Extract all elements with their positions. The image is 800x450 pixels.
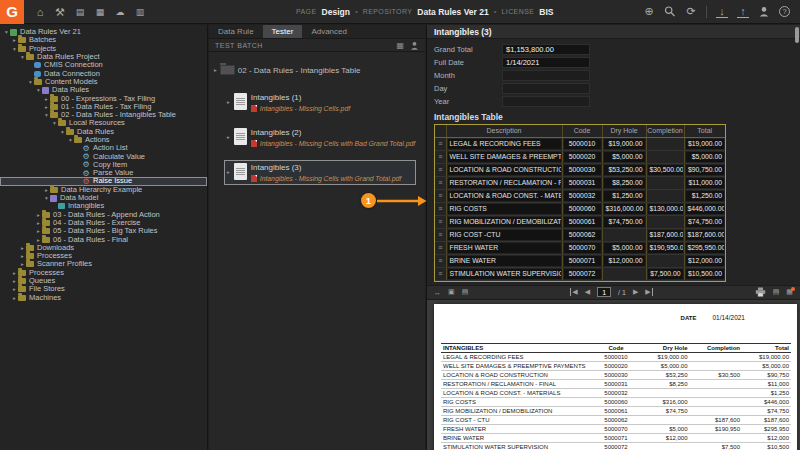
test-document-intangibles-1[interactable]: ▸Intangibles (1)Intangibles - Missing Ce…	[224, 90, 416, 115]
cell-value[interactable]: $5,000.00	[604, 152, 645, 162]
cell-value[interactable]: 5000061	[564, 217, 601, 227]
expand-arrow-icon[interactable]: ▾	[11, 45, 18, 53]
cell-value[interactable]: 5000032	[564, 191, 601, 201]
add-icon[interactable]: ⊕	[643, 5, 655, 18]
tab-advanced[interactable]: Advanced	[302, 25, 356, 38]
row-expander-icon[interactable]: ≡	[435, 228, 446, 241]
expand-arrow-icon[interactable]: ▸	[43, 95, 50, 103]
add-user-icon[interactable]	[410, 41, 419, 50]
expand-arrow-icon[interactable]: ▾	[35, 86, 42, 94]
column-header[interactable]: Completion	[646, 125, 684, 137]
expand-arrow-icon[interactable]: ▸	[35, 211, 42, 219]
cloud-icon[interactable]: ☁	[114, 0, 126, 24]
expand-arrow-icon[interactable]: ▸	[35, 219, 42, 227]
last-page-icon[interactable]: ▶	[645, 288, 652, 296]
cell-description[interactable]: BRINE WATER	[448, 256, 561, 266]
thumbnails-icon[interactable]: ▤	[462, 288, 469, 296]
table-row[interactable]: ≡RIG MOBILIZATION / DEMOBILIZATION500006…	[435, 215, 725, 228]
cell-value[interactable]: $446,000.00	[686, 204, 725, 214]
expand-arrow-icon[interactable]: ▾	[67, 136, 74, 144]
table-row[interactable]: ≡LOCATION & ROAD CONSTRUCTION5000030$53,…	[435, 163, 725, 176]
batch-folder-row[interactable]: ▸ 02 - Data Rules - Intangibles Table	[214, 60, 425, 80]
print-icon[interactable]	[755, 287, 766, 297]
expand-arrow-icon[interactable]: ▾	[3, 28, 10, 36]
table-row[interactable]: ≡RIG COST -CTU5000062$187,600.00$187,600…	[435, 228, 725, 241]
cell-value[interactable]: 5000062	[564, 230, 601, 240]
cell-value[interactable]: $1,250.00	[686, 191, 725, 201]
cell-value[interactable]: $295,950.00	[686, 243, 725, 253]
tree-item-data-connection[interactable]: Data Connection	[0, 69, 207, 77]
scrollbar-thumb[interactable]	[795, 27, 799, 43]
download-icon[interactable]: ↓	[716, 5, 728, 18]
cell-description[interactable]: FRESH WATER	[448, 243, 561, 253]
storage-icon[interactable]: ▦	[94, 0, 106, 24]
field-value-input[interactable]: $1,153,800.00	[502, 44, 590, 55]
cell-value[interactable]: $316,000.00	[604, 204, 645, 214]
user-icon[interactable]	[758, 6, 770, 17]
column-header[interactable]: Description	[446, 125, 562, 137]
cell-value[interactable]: $190,950.00	[648, 243, 683, 253]
field-value-input[interactable]	[502, 70, 590, 81]
fit-width-icon[interactable]: ↔	[434, 289, 441, 296]
cell-value[interactable]: $187,600.00	[686, 230, 725, 240]
cell-value[interactable]: $74,750.00	[686, 217, 725, 227]
column-header[interactable]: Code	[562, 125, 602, 137]
row-expander-icon[interactable]: ≡	[435, 189, 446, 202]
batches-icon[interactable]: ▤	[74, 0, 86, 24]
cell-value[interactable]: $187,600.00	[648, 230, 683, 240]
expand-arrow-icon[interactable]: ▸	[43, 186, 50, 194]
cell-value[interactable]: $10,500.00	[686, 269, 725, 279]
cell-value[interactable]: 5000010	[564, 139, 601, 149]
table-row[interactable]: ≡RESTORATION / RECLAMATION - FINAL500003…	[435, 176, 725, 189]
cell-value[interactable]: $19,000.00	[604, 139, 645, 149]
column-header[interactable]: Dry Hole	[602, 125, 646, 137]
cell-value[interactable]: $130,000.00	[648, 204, 683, 214]
expand-arrow-icon[interactable]: ▸	[11, 269, 18, 277]
cell-description[interactable]: RIG COSTS	[448, 204, 561, 214]
row-expander-icon[interactable]: ≡	[435, 267, 446, 280]
expand-arrow-icon[interactable]: ▸	[227, 99, 230, 105]
expand-arrow-icon[interactable]: ▾	[51, 119, 58, 127]
field-value-input[interactable]: 1/14/2021	[502, 57, 590, 68]
tree-item-cmis-connection[interactable]: CMIS Connection	[0, 61, 207, 69]
fit-page-icon[interactable]: ▣	[448, 288, 455, 296]
cell-value[interactable]: $12,000.00	[686, 256, 725, 266]
stats-icon[interactable]: ▥	[134, 0, 146, 24]
row-expander-icon[interactable]: ≡	[435, 137, 446, 150]
expand-arrow-icon[interactable]: ▾	[59, 128, 66, 136]
cell-value[interactable]: $11,000.00	[686, 178, 725, 188]
cell-description[interactable]: RESTORATION / RECLAMATION - FINAL	[448, 178, 561, 188]
cell-description[interactable]: RIG MOBILIZATION / DEMOBILIZATION	[448, 217, 561, 227]
cell-description[interactable]: WELL SITE DAMAGES & PREEMPTIVE PAYMENTS	[448, 152, 561, 162]
field-value-input[interactable]	[502, 96, 590, 107]
table-row[interactable]: ≡BRINE WATER5000071$12,000.00$12,000.00	[435, 254, 725, 267]
cell-description[interactable]: LOCATION & ROAD CONST. - MATERIALS	[448, 191, 561, 201]
expand-arrow-icon[interactable]: ▸	[11, 36, 18, 44]
cell-value[interactable]: 5000020	[564, 152, 601, 162]
row-expander-icon[interactable]: ≡	[435, 163, 446, 176]
tab-tester[interactable]: Tester	[263, 25, 303, 38]
test-document-intangibles-2[interactable]: ▸Intangibles (2)Intangibles - Missing Ce…	[224, 125, 416, 150]
expand-arrow-icon[interactable]: ▾	[27, 78, 34, 86]
expand-arrow-icon[interactable]: ▸	[19, 252, 26, 260]
cell-description[interactable]: LEGAL & RECORDING FEES	[448, 139, 561, 149]
tab-data-rule[interactable]: Data Rule	[209, 25, 263, 38]
tree-item-06-data-rules-final[interactable]: ▸06 - Data Rules - Final	[0, 235, 207, 243]
cell-value[interactable]: $5,000.00	[686, 152, 725, 162]
cell-value[interactable]: $8,250.00	[604, 178, 645, 188]
next-page-icon[interactable]: ▶	[633, 288, 638, 296]
cell-value[interactable]: 5000060	[564, 204, 601, 214]
pages-icon[interactable]: ▤	[773, 288, 780, 296]
home-icon[interactable]: ⌂	[34, 0, 46, 24]
row-expander-icon[interactable]: ≡	[435, 254, 446, 267]
cell-description[interactable]: STIMULATION WATER SUPERVISION	[448, 269, 561, 279]
row-expander-icon[interactable]: ≡	[435, 176, 446, 189]
cell-value[interactable]: $19,000.00	[686, 139, 725, 149]
upload-icon[interactable]: ↑	[737, 5, 749, 18]
table-row[interactable]: ≡FRESH WATER5000070$5,000.00$190,950.00$…	[435, 241, 725, 254]
expand-arrow-icon[interactable]: ▸	[35, 227, 42, 235]
expand-arrow-icon[interactable]: ▸	[19, 244, 26, 252]
tree-item-data-hierarchy-example[interactable]: ▸Data Hierarchy Example	[0, 186, 207, 194]
first-page-icon[interactable]: ◀	[570, 288, 577, 296]
table-row[interactable]: ≡RIG COSTS5000060$316,000.00$130,000.00$…	[435, 202, 725, 215]
